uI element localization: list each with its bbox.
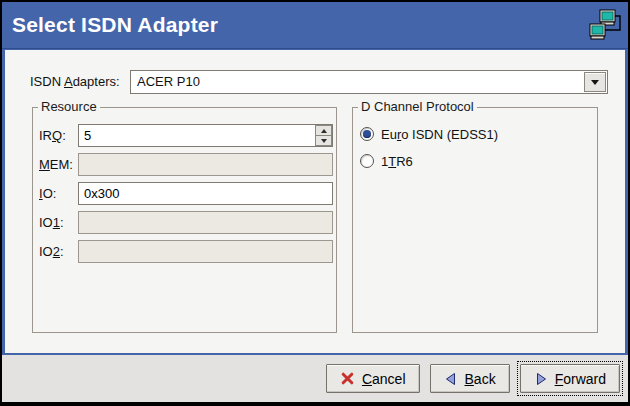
io2-input [78,240,333,263]
spin-down-button[interactable] [315,136,332,146]
back-button[interactable]: Back [430,364,510,393]
mem-input [78,153,333,176]
radio-euro-isdn-label: Euro ISDN (EDSS1) [381,127,498,142]
resource-frame: Resource IRQ: MEM: IO: IO1: IO2: [32,107,337,333]
arrow-right-icon [534,372,548,386]
arrow-left-icon [444,372,458,386]
titlebar: Select ISDN Adapter [2,2,628,49]
io1-input [78,211,333,234]
mem-label: MEM: [39,153,73,176]
cancel-button-label: Cancel [362,371,406,387]
combo-dropdown-button[interactable] [584,72,606,92]
radio-1tr6-label: 1TR6 [381,154,413,169]
radio-button-icon [360,154,374,168]
d-channel-protocol-frame: D Channel Protocol Euro ISDN (EDSS1) 1TR… [352,107,598,333]
radio-1tr6[interactable]: 1TR6 [360,152,413,170]
radio-selected-dot [363,157,371,165]
irq-label: IRQ: [39,124,66,147]
chevron-up-icon [321,129,327,133]
protocol-frame-title: D Channel Protocol [358,99,477,115]
dialog-chrome: Select ISDN Adapter ISDN Adapters: [2,2,628,402]
isdn-adapters-label: ISDN Adapters: [30,70,120,94]
io1-label: IO1: [39,211,64,234]
combo-selected-value: ACER P10 [131,71,583,93]
forward-button[interactable]: Forward [520,364,620,393]
back-button-label: Back [465,371,496,387]
dialog-window: Select ISDN Adapter ISDN Adapters: [0,0,630,406]
radio-euro-isdn[interactable]: Euro ISDN (EDSS1) [360,125,498,143]
button-bar: Cancel Back [2,355,628,402]
irq-spinbutton [78,124,333,147]
io2-label: IO2: [39,240,64,263]
radio-selected-dot [363,130,371,138]
irq-spin-controls [315,125,332,146]
dialog-title: Select ISDN Adapter [12,2,218,48]
chevron-down-icon [321,139,327,143]
cancel-button[interactable]: Cancel [326,364,420,393]
chevron-down-icon [591,80,599,85]
forward-button-focus-ring: Forward [517,361,623,396]
cancel-x-icon [340,371,355,386]
irq-input[interactable] [78,124,333,147]
io-input[interactable] [78,182,333,205]
network-computers-icon [587,7,623,43]
resource-frame-title: Resource [38,99,100,115]
spin-up-button[interactable] [315,125,332,136]
io-label: IO: [39,182,56,205]
isdn-adapter-combobox[interactable]: ACER P10 [130,70,608,94]
dialog-content: ISDN Adapters: ACER P10 Resource IRQ: [5,50,625,353]
forward-button-label: Forward [555,371,606,387]
radio-button-icon [360,127,374,141]
